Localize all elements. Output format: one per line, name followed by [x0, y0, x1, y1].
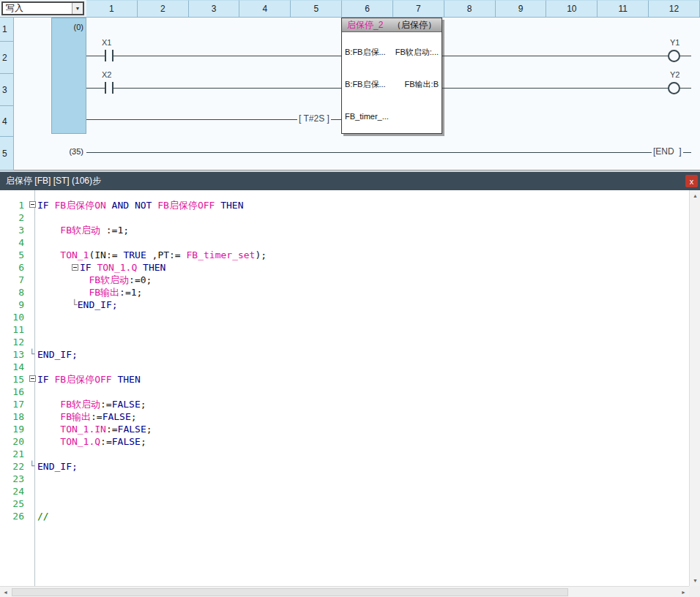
fold-margin: [29, 485, 37, 497]
fb-input-pin: B:FB启保...: [345, 47, 386, 58]
ladder-wire: [86, 88, 341, 89]
horizontal-scrollbar[interactable]: ◄ ►: [0, 586, 689, 597]
fold-margin: [29, 286, 37, 298]
fold-margin: [29, 274, 37, 286]
code-line[interactable]: 3 FB软启动 :=1;: [0, 224, 689, 236]
code-line[interactable]: 6 IF TON_1.Q THEN: [0, 261, 689, 274]
fold-toggle[interactable]: └: [29, 348, 37, 361]
column-header: 9: [496, 0, 547, 18]
line-number: 10: [0, 311, 29, 323]
fold-toggle[interactable]: [29, 373, 37, 386]
fold-margin: [29, 448, 37, 460]
coil-y2[interactable]: [668, 82, 680, 94]
code-line[interactable]: 8 FB输出:=1;: [0, 286, 689, 298]
code-line[interactable]: 21: [0, 448, 689, 460]
line-number: 20: [0, 435, 29, 448]
code-line[interactable]: 19 TON_1.IN:=FALSE;: [0, 423, 689, 435]
end-instruction[interactable]: [END ]: [652, 146, 683, 157]
st-code-editor[interactable]: 1IF FB启保停ON AND NOT FB启保停OFF THEN23 FB软启…: [0, 190, 700, 597]
code-line[interactable]: 12: [0, 336, 689, 348]
timer-parameter[interactable]: [ T#2S ]: [297, 113, 331, 124]
line-number: 18: [0, 410, 29, 423]
fold-margin: [29, 423, 37, 435]
code-line[interactable]: 2: [0, 211, 689, 224]
fb-instance-name: 启保停_2: [347, 19, 383, 31]
function-block-header: 启保停_2 （启保停）: [342, 18, 442, 32]
fold-toggle[interactable]: [29, 199, 37, 211]
chevron-down-icon[interactable]: ▼: [72, 3, 83, 14]
scrollbar-thumb[interactable]: [12, 588, 568, 596]
scrollbar-corner: [689, 586, 700, 597]
line-number: 13: [0, 348, 29, 361]
st-window-title-bar[interactable]: 启保停 [FB] [ST] (106)步: [0, 172, 700, 190]
ladder-editor[interactable]: 123456789101112 12345 写入 ▼ (0) (35) X1 Y…: [0, 0, 700, 170]
fb-output-pin: FB输出:B: [405, 79, 439, 90]
close-button[interactable]: x: [685, 175, 698, 187]
code-line[interactable]: 23: [0, 473, 689, 485]
ladder-wire: [86, 152, 691, 153]
code-line[interactable]: 10: [0, 311, 689, 323]
code-area[interactable]: 1IF FB启保停ON AND NOT FB启保停OFF THEN23 FB软启…: [0, 199, 689, 522]
function-block[interactable]: 启保停_2 （启保停） B:FB启保... B:FB启保... FB_timer…: [341, 18, 442, 134]
write-mode-label: 写入: [3, 2, 72, 15]
st-window-title: 启保停 [FB] [ST] (106)步: [6, 175, 101, 187]
code-line[interactable]: 26//: [0, 510, 689, 522]
column-header: 10: [546, 0, 597, 18]
line-number: 19: [0, 423, 29, 435]
fold-margin: [29, 224, 37, 236]
code-line[interactable]: 17 FB软启动:=FALSE;: [0, 398, 689, 410]
line-number: 17: [0, 398, 29, 410]
line-number: 15: [0, 373, 29, 386]
code-line[interactable]: 7 FB软启动:=0;: [0, 274, 689, 286]
code-line[interactable]: 20 TON_1.Q:=FALSE;: [0, 435, 689, 448]
code-line[interactable]: 25: [0, 497, 689, 510]
code-line[interactable]: 22└END_IF;: [0, 460, 689, 473]
fold-margin: [29, 249, 37, 261]
code-line[interactable]: 14: [0, 361, 689, 373]
code-line[interactable]: 4: [0, 236, 689, 249]
line-number: 14: [0, 361, 29, 373]
fold-collapse-icon[interactable]: [72, 264, 78, 271]
line-number: 25: [0, 497, 29, 510]
write-mode-dropdown[interactable]: 写入 ▼: [1, 1, 84, 15]
code-line[interactable]: 18 FB输出:=FALSE;: [0, 410, 689, 423]
coil-y1[interactable]: [668, 50, 680, 62]
code-line[interactable]: 16: [0, 386, 689, 398]
code-line[interactable]: 11: [0, 323, 689, 336]
code-text: END_IF;: [37, 348, 78, 361]
code-text: FB输出:=1;: [37, 286, 142, 298]
fold-collapse-icon[interactable]: [29, 201, 36, 208]
column-header: 2: [138, 0, 189, 18]
vertical-scrollbar[interactable]: ▲ ▼: [689, 190, 700, 586]
code-line[interactable]: 15IF FB启保停OFF THEN: [0, 373, 689, 386]
contact-x1[interactable]: [105, 50, 106, 61]
scroll-left-icon[interactable]: ◄: [0, 587, 11, 597]
fold-collapse-icon[interactable]: [29, 375, 36, 382]
scroll-up-icon[interactable]: ▲: [690, 190, 700, 201]
code-line[interactable]: 9 └END_IF;: [0, 298, 689, 311]
scroll-right-icon[interactable]: ►: [678, 587, 689, 597]
contact-x2[interactable]: [105, 82, 106, 94]
row-header: 1: [0, 18, 14, 42]
fold-margin: [29, 211, 37, 224]
code-text: FB软启动 :=1;: [37, 224, 129, 236]
fold-margin: [29, 386, 37, 398]
fold-toggle[interactable]: └: [29, 460, 37, 473]
code-line[interactable]: 5 TON_1(IN:= TRUE ,PT:= FB_timer_set);: [0, 249, 689, 261]
fold-margin: [29, 473, 37, 485]
code-line[interactable]: 1IF FB启保停ON AND NOT FB启保停OFF THEN: [0, 199, 689, 211]
code-line[interactable]: 24: [0, 485, 689, 497]
fold-margin: [29, 510, 37, 522]
contact-x1[interactable]: [112, 50, 113, 61]
ladder-wire: [680, 56, 691, 56]
selected-column-highlight[interactable]: [51, 18, 86, 134]
line-number: 21: [0, 448, 29, 460]
fold-margin: [29, 236, 37, 249]
code-line[interactable]: 13└END_IF;: [0, 348, 689, 361]
line-number: 12: [0, 336, 29, 348]
contact-x2[interactable]: [112, 82, 113, 94]
code-text: TON_1.Q:=FALSE;: [37, 435, 146, 448]
scroll-down-icon[interactable]: ▼: [690, 575, 700, 586]
code-text: └END_IF;: [37, 298, 118, 311]
fold-margin: [29, 361, 37, 373]
